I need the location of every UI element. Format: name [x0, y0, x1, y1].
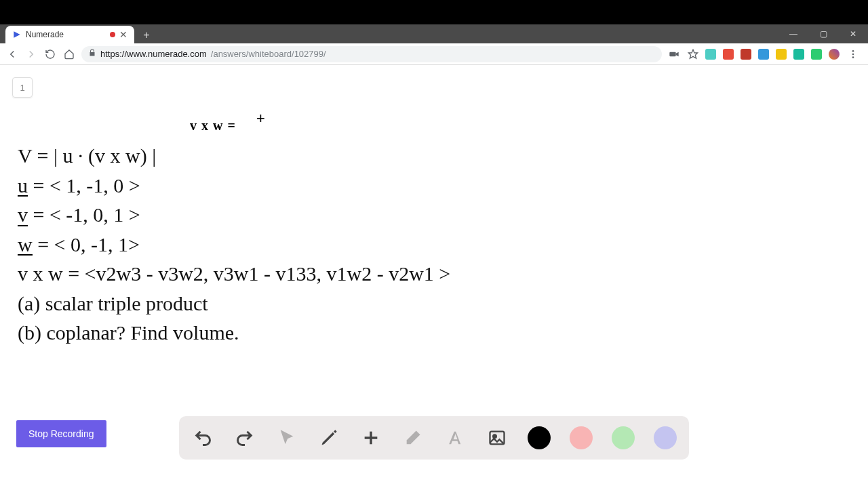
window-maximize-button[interactable]: ▢: [808, 24, 838, 43]
whiteboard-toolbar: [179, 416, 689, 460]
window-controls: — ▢ ✕: [778, 24, 868, 43]
menu-button[interactable]: [846, 47, 860, 61]
whiteboard-page: 1 v x w = + V = | u · (v x w) | u = < 1,…: [0, 65, 868, 488]
extension-icon-1[interactable]: [705, 49, 716, 60]
svg-marker-3: [688, 49, 697, 58]
window-minimize-button[interactable]: —: [778, 24, 808, 43]
math-line-7: (b) coplanar? Find volume.: [18, 318, 450, 348]
add-tool-button[interactable]: [359, 426, 382, 449]
back-button[interactable]: [5, 47, 19, 61]
svg-marker-2: [676, 52, 679, 56]
math-line-6: (a) scalar triple product: [18, 289, 450, 319]
color-swatch-black[interactable]: [528, 426, 551, 449]
extension-icon-4[interactable]: [758, 49, 769, 60]
image-tool-button[interactable]: [486, 426, 509, 449]
window-titlebar-black: [0, 0, 868, 24]
url-field[interactable]: https://www.numerade.com/answers/whitebo…: [81, 46, 662, 62]
extension-icon-3[interactable]: [741, 49, 751, 60]
undo-button[interactable]: [191, 426, 214, 449]
profile-avatar-icon[interactable]: [829, 49, 840, 60]
url-path: /answers/whiteboard/102799/: [211, 49, 326, 59]
stop-recording-button[interactable]: Stop Recording: [16, 420, 106, 447]
bookmark-star-button[interactable]: [686, 47, 700, 61]
math-line-3: v = < -1, 0, 1 >: [18, 200, 450, 230]
numerade-favicon-icon: [12, 30, 22, 39]
extension-icon-2[interactable]: [723, 49, 734, 60]
crosshair-cursor-icon: +: [256, 110, 265, 127]
tab-title: Numerade: [26, 30, 106, 39]
pen-tool-button[interactable]: [317, 426, 340, 449]
math-line-2: u = < 1, -1, 0 >: [18, 171, 450, 201]
browser-address-bar: https://www.numerade.com/answers/whitebo…: [0, 43, 868, 65]
svg-point-10: [493, 434, 496, 438]
home-button[interactable]: [62, 47, 76, 61]
svg-point-5: [852, 53, 854, 55]
eraser-tool-button[interactable]: [401, 426, 425, 449]
reload-button[interactable]: [43, 47, 57, 61]
camera-icon[interactable]: [667, 47, 681, 61]
vector-v: v: [18, 205, 28, 226]
vector-w: w: [18, 235, 33, 256]
tab-close-button[interactable]: ✕: [119, 30, 127, 39]
lock-icon: [88, 49, 96, 59]
extension-icon-5[interactable]: [776, 49, 787, 60]
vector-u: u: [18, 176, 28, 197]
extension-icons: [705, 47, 863, 61]
color-swatch-green[interactable]: [612, 426, 635, 449]
redo-button[interactable]: [233, 426, 256, 449]
math-line-4: w = < 0, -1, 1>: [18, 230, 450, 260]
extension-icon-7[interactable]: [811, 49, 822, 60]
recording-indicator-icon: [110, 32, 115, 37]
math-content: V = | u · (v x w) | u = < 1, -1, 0 > v =…: [18, 141, 450, 348]
window-close-button[interactable]: ✕: [838, 24, 868, 43]
handwritten-annotation: v x w =: [190, 118, 236, 134]
step-indicator[interactable]: 1: [12, 77, 33, 98]
color-swatch-blue[interactable]: [654, 426, 677, 449]
math-line-4-rest: = < 0, -1, 1>: [33, 233, 140, 256]
color-swatch-red[interactable]: [570, 426, 593, 449]
math-line-5: v x w = <v2w3 - v3w2, v3w1 - v133, v1w2 …: [18, 259, 450, 289]
svg-marker-0: [14, 31, 20, 37]
extension-icon-6[interactable]: [793, 49, 804, 60]
svg-point-6: [852, 56, 854, 58]
browser-tabstrip: Numerade ✕ + — ▢ ✕: [0, 24, 868, 43]
pointer-tool-button[interactable]: [275, 426, 298, 449]
svg-point-4: [852, 50, 854, 52]
url-host: https://www.numerade.com: [100, 49, 207, 59]
text-tool-button[interactable]: [443, 426, 467, 449]
math-line-1: V = | u · (v x w) |: [18, 141, 450, 171]
svg-rect-1: [669, 52, 675, 56]
math-line-2-rest: = < 1, -1, 0 >: [28, 174, 140, 197]
new-tab-button[interactable]: +: [138, 27, 155, 43]
math-line-3-rest: = < -1, 0, 1 >: [28, 203, 140, 226]
forward-button[interactable]: [24, 47, 38, 61]
browser-tab[interactable]: Numerade ✕: [5, 26, 134, 43]
